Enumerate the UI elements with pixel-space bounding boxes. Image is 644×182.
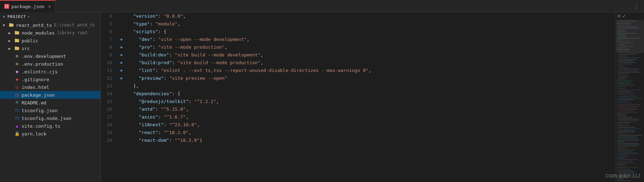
sidebar-chevron[interactable]: ▼	[3, 15, 5, 19]
tree-arrow-node_modules: ▶	[8, 31, 14, 35]
tree-icon-gitignore: ◆	[14, 77, 20, 82]
code-segment: : {	[158, 28, 166, 36]
code-line-14: "dependencies": {	[121, 90, 616, 98]
tree-label-vite_config: vite.config.ts	[22, 123, 60, 129]
tree-label-env_prod: .env.production	[22, 61, 63, 67]
tab-close-button[interactable]: ×	[48, 4, 51, 9]
minimap-check-icon[interactable]: ✓	[622, 13, 625, 19]
code-segment: "antd"	[139, 105, 155, 113]
tree-sublabel-react_antd_ts: E:\react_antd_ts	[54, 23, 95, 28]
tree-label-eslint: .eslintrc.cjs	[22, 69, 58, 74]
sidebar-tree: ▼react_antd_tsE:\react_antd_ts▶node_modu…	[0, 21, 100, 182]
code-line-16: "antd": "^5.15.0",	[121, 105, 616, 113]
tree-icon-eslint: ●	[14, 69, 20, 74]
sidebar-item-src[interactable]: ▶src	[0, 44, 100, 52]
code-segment: "^1.6.7"	[164, 113, 186, 121]
minimap-brush-icon[interactable]: ⊘	[617, 13, 620, 19]
code-line-10: ▶ "build:prod": "vite build --mode produ…	[121, 59, 616, 67]
code-segment	[128, 59, 139, 67]
code-segment: "^5.15.0"	[161, 105, 186, 113]
code-segment: ,	[197, 121, 200, 129]
tree-label-yarn_lock: yarn.lock	[22, 131, 46, 136]
code-segment: "scripts"	[133, 28, 158, 36]
sidebar-item-env_dev[interactable]: ⚙.env.development	[0, 52, 100, 60]
editor-content: 4567891011121314151617181920 "version": …	[101, 12, 644, 182]
sidebar-item-node_modules[interactable]: ▶node_moduleslibrary root	[0, 29, 100, 37]
code-segment: "version"	[133, 12, 158, 20]
line-number-14: 14	[101, 90, 115, 98]
line-number-8: 8	[101, 43, 115, 51]
line-number-18: 18	[101, 121, 115, 129]
code-line-19: "react": "^18.2.0",	[121, 129, 616, 136]
code-area[interactable]: "version": "0.0.0", "type": "module", "s…	[118, 12, 616, 182]
code-segment: :	[164, 74, 169, 82]
code-segment: :	[150, 20, 156, 28]
tree-icon-node_modules	[14, 30, 20, 36]
code-segment: "dependencies"	[133, 90, 172, 98]
sidebar-item-vite_config[interactable]: ▲vite.config.ts	[0, 122, 100, 130]
line-number-16: 16	[101, 105, 115, 113]
code-segment: :	[152, 43, 158, 51]
code-segment: "^23.10.0"	[169, 121, 197, 129]
tree-icon-public	[14, 38, 20, 43]
code-segment: ,	[188, 129, 191, 136]
code-segment: "react"	[139, 129, 158, 136]
code-segment: "vite --mode production"	[158, 43, 225, 51]
code-segment: |	[200, 136, 203, 144]
tree-icon-tsconfig_node: TS	[14, 115, 20, 121]
code-segment: :	[158, 129, 164, 136]
line-number-13: 13	[101, 82, 115, 90]
code-segment: "module"	[155, 20, 178, 28]
sidebar-item-yarn_lock[interactable]: 🔒yarn.lock	[0, 130, 100, 138]
code-segment: "vite build --mode production"	[178, 59, 261, 67]
sidebar-item-public[interactable]: ▶public	[0, 37, 100, 44]
code-segment: ,	[186, 105, 188, 113]
code-segment: :	[158, 113, 164, 121]
code-segment: "type"	[133, 20, 150, 28]
line-number-12: 12	[101, 74, 115, 82]
more-options-icon[interactable]: ⋮	[633, 2, 640, 10]
code-segment: ,	[261, 51, 263, 59]
code-segment: ,	[225, 43, 227, 51]
tree-label-tsconfig_node: tsconfig.node.json	[22, 116, 71, 121]
sidebar-item-readme[interactable]: MREADME.md	[0, 99, 100, 107]
sidebar-item-eslint[interactable]: ●.eslintrc.cjs	[0, 68, 100, 75]
code-segment: :	[188, 98, 194, 105]
line-number-4: 4	[101, 12, 115, 20]
code-segment: "build:prod"	[139, 59, 172, 67]
top-bar: {} package.json × ⋮	[0, 0, 644, 12]
tab-label: package.json	[11, 4, 45, 9]
code-segment: : {	[172, 90, 180, 98]
code-line-6: "scripts": {	[121, 28, 616, 36]
sidebar-header: ▼ Project ▾	[0, 12, 100, 21]
code-segment: :	[155, 67, 161, 74]
code-segment	[128, 51, 139, 59]
line-number-9: 9	[101, 51, 115, 59]
tree-icon-yarn_lock: 🔒	[14, 131, 20, 136]
code-segment: "axios"	[139, 113, 158, 121]
code-segment: "react-dom"	[139, 136, 169, 144]
line-number-20: 20	[101, 136, 115, 144]
sidebar-item-package_json[interactable]: {}package.json	[0, 91, 100, 99]
sidebar-item-gitignore[interactable]: ◆.gitignore	[0, 75, 100, 83]
editor: 4567891011121314151617181920 "version": …	[101, 12, 644, 182]
sidebar-chevron-down[interactable]: ▾	[27, 14, 30, 19]
code-segment	[128, 105, 139, 113]
code-line-7: ▶ "dev": "vite --open --mode development…	[121, 36, 616, 43]
sidebar-title: Project	[7, 14, 26, 19]
sidebar-item-react_antd_ts[interactable]: ▼react_antd_tsE:\react_antd_ts	[0, 21, 100, 29]
sidebar-item-tsconfig[interactable]: TStsconfig.json	[0, 107, 100, 114]
code-line-4: "version": "0.0.0",	[121, 12, 616, 20]
code-segment: "^2.2.1"	[194, 98, 216, 105]
code-segment: "^18.2.0"	[175, 136, 199, 144]
sidebar-item-index_html[interactable]: ◱index.html	[0, 83, 100, 91]
sidebar-item-env_prod[interactable]: ⚙.env.production	[0, 60, 100, 68]
code-segment	[128, 36, 139, 43]
code-segment: ,	[183, 12, 186, 20]
code-line-8: ▶ "pro": "vite --mode production",	[121, 43, 616, 51]
code-segment: "lint"	[139, 67, 155, 74]
sidebar-item-tsconfig_node[interactable]: TStsconfig.node.json	[0, 114, 100, 122]
watermark: CSDN @局外人LZ	[605, 173, 640, 179]
tab-package-json[interactable]: {} package.json ×	[0, 0, 56, 12]
minimap-actions: ⊘ ✓	[616, 12, 644, 19]
